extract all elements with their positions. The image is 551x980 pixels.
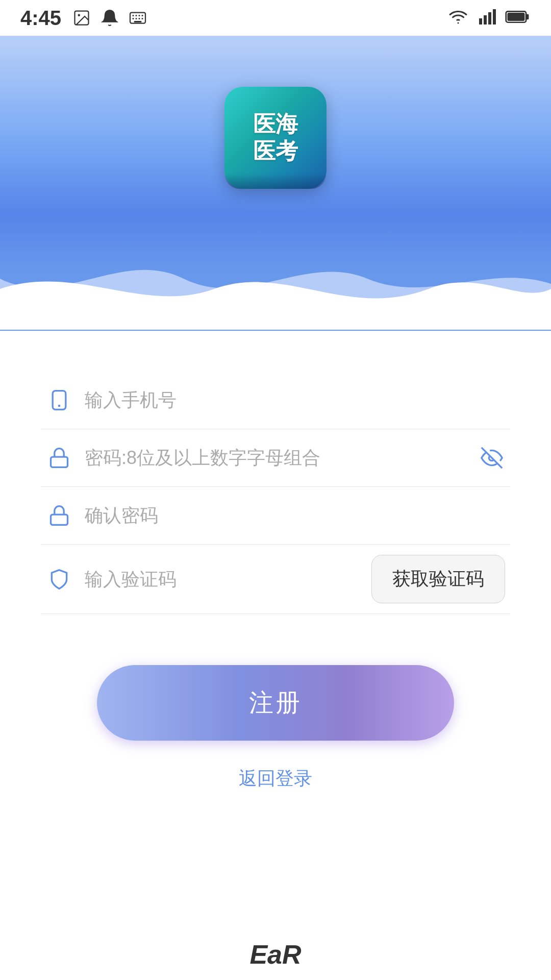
phone-icon: [46, 387, 72, 413]
svg-point-1: [78, 14, 81, 17]
return-login-wrap: 返回登录: [41, 766, 510, 791]
wave-decoration: [0, 238, 551, 332]
register-button-wrap: 注册: [41, 665, 510, 741]
password-input-group: [41, 429, 510, 487]
phone-input-group: [41, 372, 510, 429]
svg-rect-18: [526, 14, 529, 20]
verify-left: [46, 566, 371, 593]
logo-line1: 医海: [253, 111, 298, 138]
bottom-bar: EaR: [0, 929, 551, 980]
svg-rect-19: [507, 13, 524, 21]
signal-icon: [478, 8, 496, 28]
return-login-button[interactable]: 返回登录: [239, 766, 312, 791]
phone-input[interactable]: [85, 389, 505, 411]
image-icon: [71, 8, 92, 28]
status-icons: [71, 8, 148, 28]
status-time: 4:45: [20, 7, 61, 30]
shield-icon: [46, 566, 72, 593]
svg-rect-14: [484, 15, 487, 24]
svg-rect-15: [488, 12, 491, 24]
eye-off-icon[interactable]: [479, 445, 505, 471]
register-button[interactable]: 注册: [97, 665, 454, 741]
svg-rect-16: [493, 9, 496, 24]
wifi-icon: [448, 8, 468, 28]
notification-icon: [99, 8, 120, 28]
header-area: 医海 医考: [0, 36, 551, 332]
verify-code-row: 获取验证码: [41, 545, 510, 614]
status-right-icons: [448, 8, 531, 28]
confirm-password-input-group: [41, 487, 510, 545]
confirm-lock-icon: [46, 502, 72, 529]
svg-point-12: [458, 22, 459, 24]
svg-rect-24: [51, 514, 68, 525]
password-input[interactable]: [85, 447, 479, 469]
logo-line2: 医考: [253, 138, 298, 165]
confirm-password-input[interactable]: [85, 505, 505, 526]
ear-text: EaR: [249, 939, 301, 970]
get-code-button[interactable]: 获取验证码: [371, 555, 505, 603]
keyboard-icon: [128, 8, 148, 28]
lock-icon: [46, 445, 72, 471]
svg-rect-13: [479, 18, 482, 24]
battery-icon: [505, 8, 531, 28]
app-logo: 医海 医考: [224, 87, 327, 189]
status-bar: 4:45: [0, 0, 551, 36]
svg-rect-22: [51, 457, 68, 467]
form-area: 获取验证码 注册 返回登录: [0, 331, 551, 822]
verify-code-input[interactable]: [85, 569, 371, 590]
